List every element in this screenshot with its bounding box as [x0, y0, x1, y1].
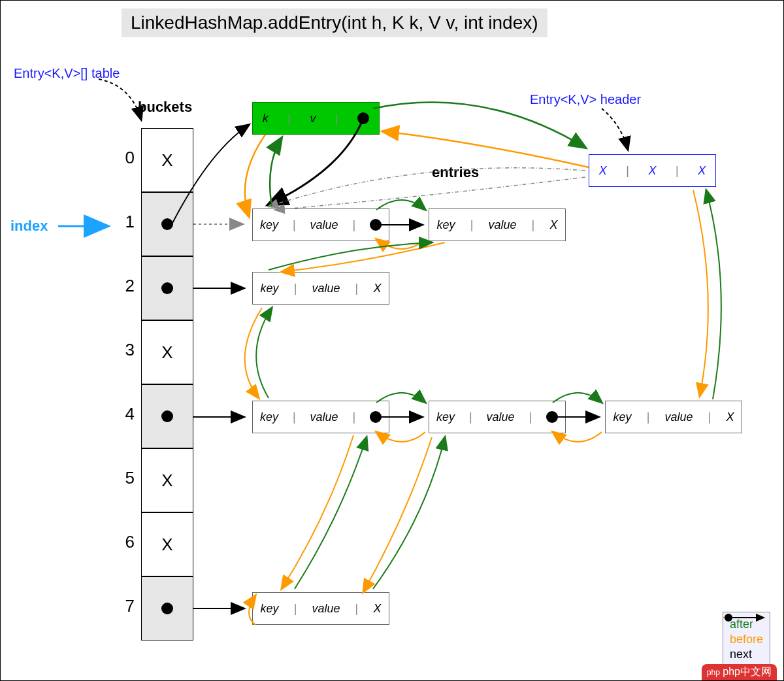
buckets-label: buckets	[138, 99, 192, 116]
new-entry-node: k| v|	[252, 102, 380, 135]
svg-marker-1	[756, 614, 765, 622]
pointer-dot	[546, 411, 558, 423]
bucket-cell	[141, 256, 193, 320]
pointer-dot	[370, 219, 382, 231]
pointer-dot	[161, 410, 173, 422]
entry-node: key|value|X	[429, 208, 566, 241]
diagram-title: LinkedHashMap.addEntry(int h, K k, V v, …	[122, 8, 547, 37]
diagram-canvas: LinkedHashMap.addEntry(int h, K k, V v, …	[0, 0, 784, 681]
bucket-index: 3	[115, 340, 135, 360]
table-label: Entry<K,V>[] table	[14, 66, 120, 81]
bucket-index: 1	[115, 212, 135, 232]
legend-box: after before next	[723, 612, 770, 667]
watermark: php php中文网	[702, 664, 777, 680]
bucket-index: 6	[115, 532, 135, 552]
entry-node: key|value|	[252, 401, 389, 433]
entries-label: entries	[432, 164, 479, 181]
bucket-cell: X	[141, 448, 193, 512]
pointer-dot	[357, 112, 369, 124]
entry-node: key|value|X	[252, 272, 389, 305]
bucket-index: 2	[115, 276, 135, 296]
bucket-index: 4	[115, 404, 135, 424]
bucket-index: 5	[115, 468, 135, 488]
legend-before: before	[730, 633, 763, 646]
bucket-cell: X	[141, 128, 193, 192]
bucket-index: 7	[115, 596, 135, 616]
entry-node: key|value|X	[605, 401, 742, 433]
index-label: index	[10, 218, 48, 235]
header-label: Entry<K,V> header	[530, 92, 641, 107]
pointer-dot	[161, 282, 173, 294]
entry-node: key|value|X	[252, 592, 389, 625]
legend-after: after	[730, 618, 763, 631]
bucket-cell: X	[141, 320, 193, 384]
entry-node: key|value|	[429, 401, 566, 433]
pointer-dot	[161, 603, 173, 614]
bucket-cell	[141, 576, 193, 640]
bucket-index: 0	[115, 148, 135, 168]
entry-node: key|value|	[252, 208, 389, 241]
pointer-dot	[161, 218, 173, 230]
bucket-cell	[141, 192, 193, 256]
legend-next: next	[730, 648, 763, 661]
bucket-cell: X	[141, 512, 193, 576]
header-entry-node: X| X| X	[589, 154, 716, 187]
pointer-dot	[370, 411, 382, 423]
bucket-cell	[141, 384, 193, 448]
